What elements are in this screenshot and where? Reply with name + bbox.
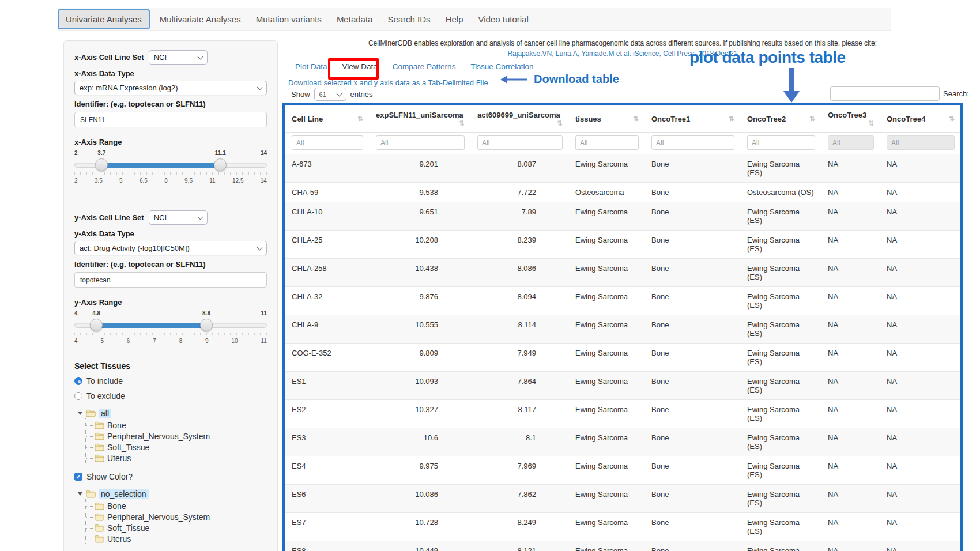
x-identifier-input[interactable] [74, 112, 267, 127]
tree-node-uterus[interactable]: Uterus [86, 534, 267, 544]
nav-tab-multivariate-analyses[interactable]: Multivariate Analyses [152, 10, 248, 29]
show-entries-row: Show 61 entries [291, 88, 373, 101]
view-tab-compare-patterns[interactable]: Compare Patterns [393, 62, 456, 71]
x-cell-line-set-select[interactable]: NCI [149, 50, 208, 65]
sort-icon: ⇅ [868, 119, 874, 127]
cell-act609699-unisarcoma: 7.722 [470, 183, 568, 202]
cell-tissues: Ewing Sarcoma [568, 456, 644, 485]
filter-input-oncotree1[interactable] [651, 135, 734, 150]
nav-tab-univariate-analyses[interactable]: Univariate Analyses [58, 9, 150, 29]
sort-icon: ⇅ [729, 115, 734, 123]
column-header-tissues[interactable]: tissues⇅ [568, 105, 644, 133]
tree-node-soft-tissue[interactable]: Soft_Tissue [86, 443, 267, 452]
nav-tab-video-tutorial[interactable]: Video tutorial [470, 10, 536, 29]
cell-oncotree4: NA [880, 259, 960, 287]
cell-oncotree3: NA [821, 456, 880, 485]
folder-icon [95, 443, 104, 451]
column-header-cell-line[interactable]: Cell Line⇅ [285, 105, 369, 133]
cell-expslfn11-unisarcoma: 9.975 [369, 456, 470, 485]
y-data-type-select[interactable]: act: Drug Activity (-log10[IC50M]) [74, 241, 267, 255]
tree-node-peripheral-nervous-system[interactable]: Peripheral_Nervous_System [86, 432, 267, 441]
annotation-table-note: plot data points table [689, 48, 846, 67]
filter-input-tissues[interactable] [575, 135, 639, 150]
cell-expslfn11-unisarcoma: 9.809 [369, 344, 470, 372]
x-data-type-label: x-Axis Data Type [74, 69, 267, 78]
column-header-oncotree1[interactable]: OncoTree1⇅ [644, 105, 740, 133]
y-data-type-value: act: Drug Activity (-log10[IC50M]) [80, 244, 190, 252]
cell-oncotree2: Ewing Sarcoma (ES) [740, 485, 821, 513]
slider-handle-low[interactable] [90, 319, 103, 331]
filter-input-expslfn11-unisarcoma[interactable] [376, 135, 465, 150]
y-cell-line-set-select[interactable]: NCI [149, 210, 208, 225]
cell-oncotree4: NA [880, 154, 960, 183]
tree-node-no-selection[interactable]: no_selection [78, 489, 267, 499]
cell-oncotree3: NA [821, 513, 880, 541]
cell-oncotree1: Bone [644, 183, 740, 202]
tissue-include-tree: all Bone Peripheral_Nervous_System Soft_… [78, 409, 267, 463]
x-cell-line-set-value: NCI [154, 53, 167, 62]
filter-input-oncotree4[interactable] [887, 135, 955, 150]
slider-handle-high[interactable] [200, 319, 213, 331]
tree-node-all[interactable]: all [78, 409, 267, 418]
column-header-oncotree2[interactable]: OncoTree2⇅ [740, 105, 821, 133]
filter-input-oncotree3[interactable] [828, 135, 874, 150]
cell-tissues: Ewing Sarcoma [568, 428, 644, 456]
table-row: CHLA-910.5558.114Ewing SarcomaBoneEwing … [285, 315, 960, 344]
cell-expslfn11-unisarcoma: 10.086 [369, 485, 470, 513]
cell-oncotree2: Ewing Sarcoma (ES) [740, 154, 821, 183]
search-input[interactable] [830, 86, 940, 101]
cell-oncotree4: NA [880, 428, 960, 456]
cell-oncotree2: Ewing Sarcoma (ES) [740, 541, 821, 551]
download-data-link[interactable]: Download selected x and y axis data as a… [288, 78, 488, 87]
cell-expslfn11-unisarcoma: 10.093 [369, 372, 470, 400]
y-identifier-input[interactable] [74, 272, 267, 288]
filter-input-oncotree2[interactable] [747, 135, 815, 150]
cell-oncotree1: Bone [644, 231, 740, 259]
folder-icon [95, 421, 104, 429]
y-identifier-label: Identifier: (e.g. topotecan or SLFN11) [74, 260, 267, 269]
cell-expslfn11-unisarcoma: 10.438 [369, 259, 470, 287]
nav-tab-help[interactable]: Help [438, 10, 471, 29]
slider-handle-high[interactable] [214, 158, 227, 171]
view-tab-tissue-correlation[interactable]: Tissue Correlation [470, 62, 533, 71]
tissues-exclude-radio[interactable]: To exclude [74, 391, 267, 401]
cell-oncotree3: NA [821, 344, 880, 372]
cell-cell-line: ES2 [285, 400, 369, 428]
slider-handle-low[interactable] [95, 158, 108, 171]
column-header-oncotree3[interactable]: OncoTree3⇅ [821, 105, 880, 133]
tree-node-peripheral-nervous-system[interactable]: Peripheral_Nervous_System [86, 512, 267, 522]
slider-tick-marks [74, 333, 267, 335]
y-cell-line-set-label: y-Axis Cell Line Set [74, 213, 144, 222]
cell-oncotree4: NA [880, 287, 960, 315]
column-header-act609699-unisarcoma[interactable]: act609699_uniSarcoma⇅ [470, 105, 568, 133]
filter-input-cell-line[interactable] [292, 135, 363, 150]
nav-tab-search-ids[interactable]: Search IDs [380, 10, 438, 29]
cell-tissues: Ewing Sarcoma [568, 154, 644, 183]
column-header-expslfn11-unisarcoma[interactable]: expSLFN11_uniSarcoma⇅ [369, 105, 470, 133]
entries-select[interactable]: 61 [314, 88, 346, 101]
cell-oncotree4: NA [880, 400, 960, 428]
cell-cell-line: COG-E-352 [285, 344, 369, 372]
nav-tab-metadata[interactable]: Metadata [329, 10, 380, 29]
citation-link[interactable]: Rajapakse.VN, Luna.A, Yamade.M et al. iS… [282, 50, 963, 58]
tree-node-bone[interactable]: Bone [86, 501, 267, 511]
table-row: COG-E-3529.8097.949Ewing SarcomaBoneEwin… [285, 344, 960, 372]
y-range-slider: 4 4.8 8.8 11 4567891011 [74, 319, 267, 344]
view-tab-plot-data[interactable]: Plot Data [295, 62, 327, 71]
select-tissues-title: Select Tissues [74, 361, 267, 371]
nav-tab-mutation-variants[interactable]: Mutation variants [248, 10, 329, 29]
x-identifier-label: Identifier: (e.g. topotecan or SLFN11) [74, 100, 267, 108]
cell-expslfn11-unisarcoma: 10.555 [369, 315, 470, 344]
tree-node-uterus[interactable]: Uterus [86, 454, 267, 463]
tree-node-soft-tissue[interactable]: Soft_Tissue [86, 523, 267, 533]
filter-input-act609699-unisarcoma[interactable] [477, 135, 563, 150]
show-color-checkbox[interactable]: ✓ Show Color? [74, 472, 267, 481]
column-header-oncotree4[interactable]: OncoTree4⇅ [880, 105, 960, 133]
folder-icon [95, 513, 104, 521]
tree-node-bone[interactable]: Bone [86, 421, 267, 430]
tissues-include-radio[interactable]: To include [74, 376, 267, 386]
cell-oncotree4: NA [880, 183, 960, 202]
annotation-red-box [328, 58, 379, 80]
tissues-include-label: To include [86, 376, 123, 386]
x-data-type-select[interactable]: exp: mRNA Expression (log2) [74, 81, 267, 95]
